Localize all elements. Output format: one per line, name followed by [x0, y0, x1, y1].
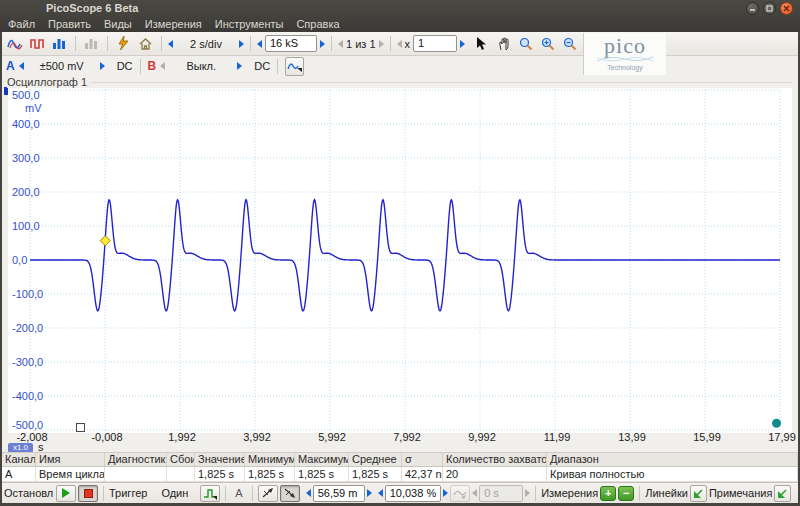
- samples-increase-arrow[interactable]: [320, 40, 325, 48]
- scope-view-icon: [7, 37, 24, 51]
- persistence-view-icon: [52, 37, 67, 50]
- menu-item-5[interactable]: Справка: [296, 17, 339, 31]
- zoom-decrease-arrow[interactable]: [397, 40, 402, 48]
- advanced-trigger-icon: [203, 487, 218, 500]
- rulers-button[interactable]: [690, 485, 707, 502]
- spectrum-view-button[interactable]: [28, 34, 47, 53]
- advanced-trigger-button[interactable]: [200, 485, 220, 502]
- page-prev-arrow[interactable]: [338, 40, 343, 48]
- trigger-level-decrease-arrow[interactable]: [306, 489, 311, 497]
- timebase-increase-arrow[interactable]: [239, 40, 244, 48]
- add-view-button[interactable]: [82, 34, 101, 53]
- pretrigger-decrease-arrow[interactable]: [378, 489, 383, 497]
- trigger-level-input[interactable]: 56,59 m: [313, 485, 365, 502]
- samples-input[interactable]: 16 kS: [265, 35, 317, 52]
- falling-edge-icon: [283, 487, 297, 499]
- channel-a-range-down-arrow[interactable]: [19, 62, 24, 70]
- main-area: 2 s/div 16 kS 1 из 1 x 1: [2, 32, 798, 503]
- trigger-source-select[interactable]: A: [231, 487, 246, 499]
- waveform-plot[interactable]: 500,0400,0300,0200,0100,00,0-100,0-200,0…: [8, 88, 792, 433]
- zoom-out-button[interactable]: [560, 34, 579, 53]
- pretrigger-increase-arrow[interactable]: [443, 489, 448, 497]
- y-tick-label: -400,0: [12, 390, 43, 402]
- zoom-window-button[interactable]: [516, 34, 535, 53]
- x-axis-labels: -2,008-0,0081,9923,9925,9927,9929,99211,…: [8, 431, 796, 443]
- run-button[interactable]: [56, 485, 76, 502]
- table-header-cell: Имя: [36, 453, 105, 467]
- channel-separator: [277, 59, 278, 74]
- table-header-cell: Значение: [195, 453, 245, 467]
- home-icon: [138, 37, 153, 51]
- maximize-button[interactable]: [763, 2, 776, 15]
- measurements-data-row[interactable]: AВремя цикла1,825 s1,825 s1,825 s1,825 s…: [2, 467, 798, 482]
- channel-a-range-up-arrow[interactable]: [100, 62, 105, 70]
- cursor-icon: [476, 37, 487, 51]
- auto-setup-button[interactable]: [114, 34, 133, 53]
- channel-a-coupling-select[interactable]: DC: [117, 60, 133, 72]
- channel-b-coupling-select[interactable]: DC: [254, 60, 270, 72]
- table-header-cell: Канал: [2, 453, 36, 467]
- hand-tool-button[interactable]: [494, 34, 513, 53]
- lightning-icon: [117, 36, 130, 51]
- pointer-tool-button[interactable]: [472, 34, 491, 53]
- rising-edge-button[interactable]: [258, 485, 278, 502]
- remove-measurement-button[interactable]: −: [618, 486, 634, 501]
- y-tick-label: -300,0: [12, 356, 43, 368]
- close-button[interactable]: [780, 2, 793, 15]
- table-header-cell: Диагностика: [105, 453, 167, 467]
- menu-item-4[interactable]: Инструменты: [215, 17, 284, 31]
- y-tick-label: 200,0: [12, 186, 40, 198]
- x-tick-label: 1,992: [154, 431, 210, 443]
- pretrigger-input[interactable]: 10,038 %: [385, 485, 441, 502]
- page-next-arrow[interactable]: [379, 40, 384, 48]
- x-tick-label: 3,992: [229, 431, 285, 443]
- rapid-trigger-button[interactable]: [450, 485, 470, 502]
- x-tick-label: 11,99: [529, 431, 585, 443]
- table-header-cell: Минимум: [245, 453, 295, 467]
- timebase-select[interactable]: 2 s/div: [176, 38, 236, 50]
- table-header-cell: Среднее: [349, 453, 402, 467]
- minimize-button[interactable]: [746, 2, 759, 15]
- page-indicator: 1 из 1: [346, 38, 376, 50]
- trigger-level-increase-arrow[interactable]: [367, 489, 372, 497]
- channel-b-range-select[interactable]: Выкл.: [169, 60, 233, 72]
- trigger-mode-select[interactable]: Один: [161, 487, 188, 499]
- persistence-view-button[interactable]: [50, 34, 69, 53]
- notes-label: Примечания: [709, 487, 773, 499]
- table-cell: Кривая полностью: [547, 467, 798, 482]
- stop-button[interactable]: [78, 485, 98, 502]
- menu-item-0[interactable]: Файл: [8, 17, 35, 31]
- zoom-input[interactable]: 1: [413, 35, 457, 52]
- samples-decrease-arrow[interactable]: [257, 40, 262, 48]
- y-tick-label: -100,0: [12, 288, 43, 300]
- home-button[interactable]: [136, 34, 155, 53]
- x-tick-label: 15,99: [679, 431, 735, 443]
- scope-view-button[interactable]: [6, 34, 25, 53]
- holdoff-decrease-arrow[interactable]: [472, 489, 477, 497]
- add-measurement-button[interactable]: +: [600, 486, 616, 501]
- falling-edge-button[interactable]: [280, 485, 300, 502]
- channel-a-range-select[interactable]: ±500 mV: [28, 60, 96, 72]
- menu-item-1[interactable]: Править: [48, 17, 91, 31]
- table-cell: [167, 467, 195, 482]
- channel-b-range-down-arrow[interactable]: [160, 62, 165, 70]
- stop-icon: [84, 489, 93, 498]
- signal-generator-button[interactable]: [285, 57, 304, 76]
- measurements-table: КаналИмяДиагностикаСбоиЗначениеМинимумМа…: [2, 452, 798, 482]
- zoom-increase-arrow[interactable]: [460, 40, 465, 48]
- zoom-in-button[interactable]: [538, 34, 557, 53]
- zoom-label: x: [405, 38, 411, 50]
- holdoff-input[interactable]: 0 s: [479, 485, 523, 502]
- close-icon: [783, 5, 790, 12]
- x-tick-label: -2,008: [4, 431, 60, 443]
- trigger-marker[interactable]: [100, 236, 110, 246]
- timebase-decrease-arrow[interactable]: [168, 40, 173, 48]
- holdoff-increase-arrow[interactable]: [525, 489, 530, 497]
- play-icon: [62, 488, 70, 498]
- menu-item-2[interactable]: Виды: [104, 17, 132, 31]
- menu-item-3[interactable]: Измерения: [145, 17, 202, 31]
- notes-button[interactable]: [774, 485, 791, 502]
- channel-b-range-up-arrow[interactable]: [237, 62, 242, 70]
- y-tick-label: 400,0: [12, 118, 40, 130]
- channel-a-label: A: [6, 59, 15, 73]
